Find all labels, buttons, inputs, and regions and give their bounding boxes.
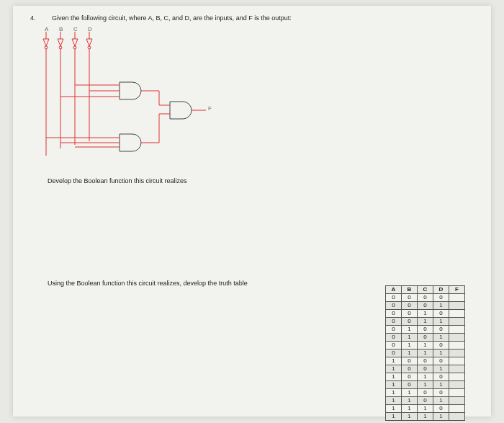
truth-table-cell: 1 bbox=[386, 365, 402, 373]
truth-table-cell bbox=[449, 405, 465, 413]
truth-table-cell bbox=[449, 318, 465, 326]
truth-table-cell: 1 bbox=[402, 413, 418, 421]
truth-table-cell bbox=[449, 397, 465, 405]
question-number: 4. bbox=[30, 14, 36, 22]
table-row: 0011 bbox=[386, 318, 465, 326]
truth-table-cell bbox=[449, 326, 465, 334]
input-b-label: B bbox=[59, 26, 63, 32]
input-a-label: A bbox=[45, 26, 49, 32]
truth-table-cell: 1 bbox=[418, 373, 433, 381]
truth-table-cell: 1 bbox=[433, 318, 449, 326]
truth-table-header: B bbox=[402, 286, 418, 294]
table-row: 0000 bbox=[386, 294, 465, 302]
input-c-label: C bbox=[73, 26, 78, 32]
truth-table-cell: 0 bbox=[433, 342, 449, 349]
truth-table-cell: 0 bbox=[402, 357, 418, 365]
svg-marker-10 bbox=[86, 39, 92, 46]
truth-table-cell bbox=[449, 294, 465, 302]
input-d-label: D bbox=[88, 26, 92, 32]
truth-table-cell: 1 bbox=[386, 389, 402, 397]
truth-table-cell: 1 bbox=[386, 413, 402, 421]
table-row: 1000 bbox=[386, 357, 465, 365]
truth-table-cell: 1 bbox=[386, 381, 402, 389]
table-row: 1011 bbox=[386, 381, 465, 389]
truth-table-cell: 0 bbox=[402, 302, 418, 310]
truth-table-cell: 1 bbox=[386, 397, 402, 405]
truth-table-cell: 1 bbox=[402, 326, 418, 334]
truth-table-cell bbox=[449, 342, 465, 349]
truth-table-cell: 1 bbox=[418, 342, 433, 349]
table-row: 0010 bbox=[386, 310, 465, 318]
table-row: 1111 bbox=[386, 413, 465, 421]
table-row: 0100 bbox=[386, 326, 465, 334]
truth-table-cell: 0 bbox=[433, 294, 449, 302]
truth-table-cell: 0 bbox=[402, 365, 418, 373]
svg-marker-7 bbox=[72, 39, 78, 46]
prompt-truth-table: Using the Boolean function this circuit … bbox=[48, 280, 248, 287]
truth-table-cell: 0 bbox=[386, 318, 402, 326]
truth-table-cell: 0 bbox=[433, 405, 449, 413]
worksheet-page: 4. Given the following circuit, where A,… bbox=[13, 6, 491, 417]
truth-table-cell: 0 bbox=[386, 294, 402, 302]
svg-point-8 bbox=[73, 46, 76, 49]
circuit-diagram: A B C D bbox=[33, 26, 220, 170]
truth-table-cell: 0 bbox=[402, 373, 418, 381]
truth-table-cell: 0 bbox=[418, 294, 433, 302]
truth-table-cell: 1 bbox=[433, 365, 449, 373]
truth-table-cell: 1 bbox=[386, 373, 402, 381]
truth-table-cell: 1 bbox=[433, 349, 449, 357]
question-text: Given the following circuit, where A, B,… bbox=[52, 14, 292, 22]
truth-table-cell: 1 bbox=[418, 318, 433, 326]
truth-table-cell: 0 bbox=[386, 302, 402, 310]
truth-table-cell bbox=[449, 389, 465, 397]
output-f-label: F bbox=[208, 105, 212, 112]
svg-point-2 bbox=[45, 46, 48, 49]
truth-table-cell: 1 bbox=[433, 302, 449, 310]
truth-table-cell: 1 bbox=[418, 405, 433, 413]
truth-table: ABCDF 0000000100100011010001010110011110… bbox=[385, 285, 465, 421]
svg-point-11 bbox=[88, 46, 91, 49]
truth-table-header: C bbox=[418, 286, 433, 294]
truth-table-cell: 0 bbox=[402, 310, 418, 318]
truth-table-cell bbox=[449, 413, 465, 421]
truth-table-cell bbox=[449, 334, 465, 342]
truth-table-cell: 1 bbox=[433, 397, 449, 405]
truth-table-cell: 0 bbox=[418, 389, 433, 397]
truth-table-cell: 1 bbox=[402, 349, 418, 357]
truth-table-cell: 1 bbox=[433, 334, 449, 342]
svg-marker-1 bbox=[43, 39, 49, 46]
truth-table-cell bbox=[449, 349, 465, 357]
truth-table-cell: 0 bbox=[386, 326, 402, 334]
truth-table-cell: 1 bbox=[402, 389, 418, 397]
truth-table-cell: 0 bbox=[433, 389, 449, 397]
table-row: 0110 bbox=[386, 342, 465, 349]
truth-table-cell: 1 bbox=[402, 405, 418, 413]
truth-table-cell: 1 bbox=[418, 310, 433, 318]
truth-table-cell: 0 bbox=[386, 310, 402, 318]
truth-table-cell: 0 bbox=[418, 302, 433, 310]
truth-table-cell: 0 bbox=[433, 373, 449, 381]
truth-table-cell: 0 bbox=[418, 334, 433, 342]
truth-table-cell bbox=[449, 310, 465, 318]
svg-point-5 bbox=[59, 46, 62, 49]
truth-table-cell: 0 bbox=[402, 294, 418, 302]
truth-table-cell: 0 bbox=[418, 326, 433, 334]
table-row: 1101 bbox=[386, 397, 465, 405]
truth-table-cell: 0 bbox=[433, 326, 449, 334]
truth-table-header: D bbox=[433, 286, 449, 294]
truth-table-cell bbox=[449, 365, 465, 373]
truth-table-cell: 1 bbox=[386, 405, 402, 413]
truth-table-cell: 1 bbox=[402, 342, 418, 349]
truth-table-cell: 1 bbox=[418, 349, 433, 357]
truth-table-cell bbox=[449, 302, 465, 310]
svg-marker-4 bbox=[58, 39, 63, 46]
truth-table-cell: 1 bbox=[433, 413, 449, 421]
truth-table-cell bbox=[449, 357, 465, 365]
truth-table-cell bbox=[449, 381, 465, 389]
truth-table-cell: 1 bbox=[418, 381, 433, 389]
table-row: 0111 bbox=[386, 349, 465, 357]
truth-table-cell: 0 bbox=[402, 381, 418, 389]
truth-table-cell bbox=[449, 373, 465, 381]
truth-table-cell: 0 bbox=[418, 397, 433, 405]
truth-table-header: F bbox=[449, 286, 465, 294]
